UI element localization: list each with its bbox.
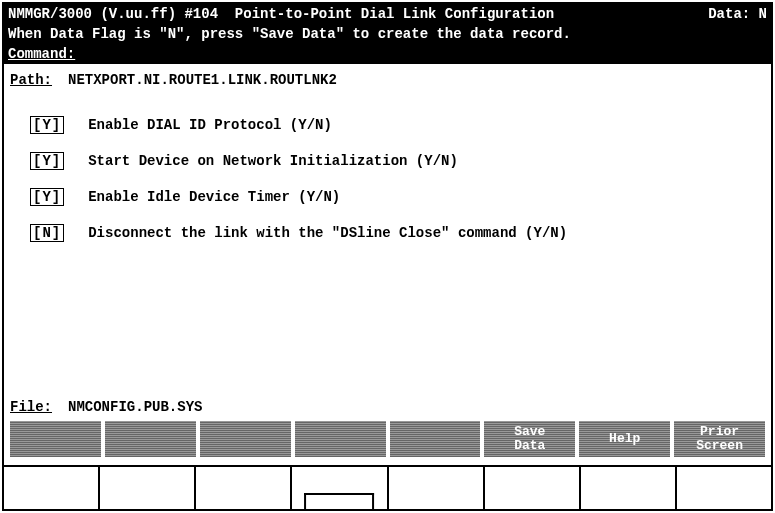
field-start-device: [Y] Start Device on Network Initializati… [8,152,767,170]
fkey-f1[interactable] [10,421,101,457]
bottom-box-7 [581,467,677,509]
title-right: Data: N [708,6,767,22]
field-idle-timer-input[interactable]: [Y] [30,188,64,206]
field-start-device-input[interactable]: [Y] [30,152,64,170]
bottom-box-1 [4,467,100,509]
command-bar: Command: [4,44,771,64]
field-start-device-label: Start Device on Network Initialization (… [88,153,458,169]
path-label: Path: [10,72,52,88]
bottom-box-2 [100,467,196,509]
field-disconnect-link: [N] Disconnect the link with the "DSline… [8,224,767,242]
function-key-row: Save Data Help Prior Screen [8,421,767,461]
content-area: Path: NETXPORT.NI.ROUTE1.LINK.ROUTLNK2 [… [4,64,771,465]
field-disconnect-link-label: Disconnect the link with the "DSline Clo… [88,225,567,241]
fkey-f4[interactable] [295,421,386,457]
field-disconnect-link-input[interactable]: [N] [30,224,64,242]
title-bar: NMMGR/3000 (V.uu.ff) #104 Point-to-Point… [4,4,771,24]
file-label: File: [10,399,52,415]
bottom-box-4 [292,467,388,509]
fkey-save-data[interactable]: Save Data [484,421,575,457]
bottom-box-6 [485,467,581,509]
field-idle-timer-label: Enable Idle Device Timer (Y/N) [88,189,340,205]
fkey-f2[interactable] [105,421,196,457]
terminal-screen: NMMGR/3000 (V.uu.ff) #104 Point-to-Point… [2,2,773,511]
bottom-box-3 [196,467,292,509]
info-bar: When Data Flag is "N", press "Save Data"… [4,24,771,44]
field-enable-dial-id-input[interactable]: [Y] [30,116,64,134]
path-row: Path: NETXPORT.NI.ROUTE1.LINK.ROUTLNK2 [8,72,767,88]
command-label: Command: [8,46,75,62]
fkey-prior-screen[interactable]: Prior Screen [674,421,765,457]
fkey-help[interactable]: Help [579,421,670,457]
fkey-f5[interactable] [390,421,481,457]
field-idle-timer: [Y] Enable Idle Device Timer (Y/N) [8,188,767,206]
file-row: File: NMCONFIG.PUB.SYS [8,399,767,415]
bottom-box-8 [677,467,771,509]
path-value: NETXPORT.NI.ROUTE1.LINK.ROUTLNK2 [68,72,337,88]
fkey-f3[interactable] [200,421,291,457]
field-enable-dial-id-label: Enable DIAL ID Protocol (Y/N) [88,117,332,133]
title-left: NMMGR/3000 (V.uu.ff) #104 Point-to-Point… [8,6,554,22]
bottom-status-row [4,465,771,509]
bottom-box-5 [389,467,485,509]
field-enable-dial-id: [Y] Enable DIAL ID Protocol (Y/N) [8,116,767,134]
file-value: NMCONFIG.PUB.SYS [68,399,202,415]
